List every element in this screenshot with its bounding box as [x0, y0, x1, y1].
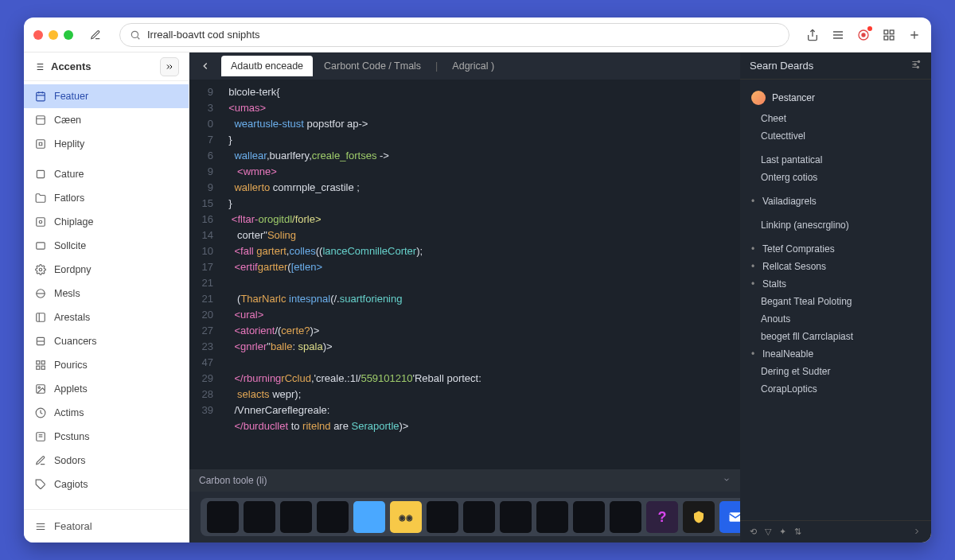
dock-app-3[interactable]	[280, 501, 312, 533]
editor-pane: Adautb enceadeCarbont Code / Tmals|Adgri…	[189, 52, 740, 542]
sidebar-item[interactable]: Pcstuns	[24, 425, 189, 449]
code-editor[interactable]: 93076991516141017212120272347292839 blco…	[189, 80, 740, 469]
target-icon[interactable]	[856, 28, 871, 42]
plus-icon[interactable]	[907, 28, 922, 42]
sidebar-item-label: Chiplage	[54, 216, 93, 228]
sidebar-item[interactable]: Chiplage	[24, 210, 189, 234]
sort-icon[interactable]: ⇅	[794, 527, 801, 537]
search-input[interactable]	[147, 29, 779, 41]
sidebar-item[interactable]: Eordpny	[24, 258, 189, 282]
dock: ◉◉ ?	[201, 498, 758, 536]
editor-tab[interactable]: Adautb enceade	[221, 56, 313, 76]
menu-icon[interactable]	[831, 28, 845, 42]
sidebar-expand-button[interactable]	[160, 57, 179, 76]
sidebar-title-text: Accents	[51, 60, 92, 72]
right-panel-item[interactable]: Vailadiagrels	[740, 192, 931, 210]
right-footer-icons: ⟲ ▽ ✦ ⇅	[750, 527, 801, 537]
sidebar-item[interactable]: Sollcite	[24, 234, 189, 258]
dock-app-4[interactable]	[317, 501, 349, 533]
sidebar-item[interactable]: Actims	[24, 401, 189, 425]
sidebar-header: Accents	[24, 52, 189, 81]
sidebar-item[interactable]: Cæen	[24, 108, 189, 132]
dock-app-11[interactable]	[573, 501, 605, 533]
right-panel-body[interactable]: Pestancer CheetCutecttivelLast pantatica…	[740, 80, 931, 520]
sidebar-item[interactable]: Cuancers	[24, 329, 189, 353]
dock-app-2[interactable]	[244, 501, 275, 533]
traffic-lights	[33, 30, 73, 40]
sidebar-item-label: Cagiots	[54, 479, 88, 490]
sidebar-item[interactable]: Pourics	[24, 353, 189, 377]
grid-icon[interactable]	[882, 28, 896, 42]
right-panel-item[interactable]: beoget fll Carrclapiast	[740, 328, 931, 345]
sidebar-item[interactable]: Arestals	[24, 305, 189, 329]
sidebar-item-label: Cuancers	[54, 336, 97, 347]
sidebar-item-label: Cature	[54, 169, 84, 180]
sidebar-item-label: Sodors	[54, 455, 86, 466]
filter-icon[interactable]: ▽	[765, 527, 771, 537]
dock-app-shield[interactable]	[683, 501, 715, 533]
dock-app-8[interactable]	[463, 501, 495, 533]
close-window-button[interactable]	[33, 30, 43, 40]
right-panel-item[interactable]: Anouts	[740, 310, 931, 328]
right-panel-item[interactable]: Dering et Sudter	[740, 363, 931, 380]
share-icon[interactable]	[805, 28, 820, 42]
dock-app-6[interactable]: ◉◉	[390, 501, 422, 533]
code-content[interactable]: blcole-terk{ <umas> weartusle-stust pops…	[220, 80, 740, 469]
sidebar-footer-label: Featoral	[54, 520, 92, 532]
right-panel-footer: ⟲ ▽ ✦ ⇅	[740, 520, 931, 542]
sidebar-item[interactable]: Featuer	[24, 84, 189, 108]
right-panel-item[interactable]: InealNeable	[740, 345, 931, 363]
right-panel-item[interactable]: Tetef Compraties	[740, 240, 931, 258]
dock-app-5[interactable]	[353, 501, 385, 533]
dock-app-7[interactable]	[427, 501, 458, 533]
sidebar-item-label: Featuer	[54, 91, 88, 102]
right-panel-item[interactable]: Stalts	[740, 275, 931, 293]
right-panel-item[interactable]: Linkinp (anescrglino)	[740, 216, 931, 234]
dock-app-9[interactable]	[500, 501, 532, 533]
toolbar-icons	[805, 28, 922, 42]
right-panel-item[interactable]: Onterg cotios	[740, 169, 931, 186]
edit-icon[interactable]	[88, 27, 103, 43]
sidebar-item[interactable]: Fatlors	[24, 186, 189, 210]
dock-app-10[interactable]	[536, 501, 568, 533]
dock-app-12[interactable]	[610, 501, 641, 533]
maximize-window-button[interactable]	[64, 30, 73, 40]
svg-rect-26	[37, 170, 44, 177]
sidebar-item[interactable]: Applets	[24, 377, 189, 401]
right-panel-item[interactable]: Cheet	[740, 110, 931, 127]
sidebar-item[interactable]: Mesls	[24, 282, 189, 305]
search-icon	[130, 29, 141, 41]
dock-app-help[interactable]: ?	[646, 501, 678, 533]
sidebar-item[interactable]: Cagiots	[24, 472, 189, 496]
refresh-icon[interactable]: ⟲	[750, 527, 757, 537]
status-dropdown-icon[interactable]	[723, 475, 731, 487]
right-panel-item[interactable]: Begant Tteal Poloting	[740, 293, 931, 310]
right-panel: Searn Deards Pestancer CheetCutecttivelL…	[740, 52, 931, 542]
sidebar-list[interactable]: FeatuerCæenHeplityCatureFatlorsChiplageS…	[24, 81, 189, 509]
svg-rect-10	[890, 36, 894, 40]
sidebar-title: Accents	[33, 60, 92, 72]
sidebar: Accents FeatuerCæenHeplityCatureFatlorsC…	[24, 52, 189, 542]
back-button[interactable]	[196, 56, 215, 76]
sidebar-item[interactable]: Heplity	[24, 132, 189, 156]
right-panel-username: Pestancer	[772, 92, 815, 103]
sidebar-item[interactable]: Cature	[24, 162, 189, 186]
right-panel-user[interactable]: Pestancer	[740, 86, 931, 110]
minimize-window-button[interactable]	[49, 30, 58, 40]
editor-tab[interactable]: Adgrical )	[442, 56, 504, 76]
dock-app-1[interactable]	[207, 501, 239, 533]
right-panel-item[interactable]: Last pantatical	[740, 151, 931, 169]
right-panel-item[interactable]: Cutecttivel	[740, 127, 931, 145]
sidebar-footer[interactable]: Featoral	[24, 509, 189, 542]
settings-icon[interactable]	[910, 59, 922, 72]
star-icon[interactable]: ✦	[779, 527, 786, 537]
chevron-right-icon[interactable]	[912, 525, 922, 539]
right-panel-item[interactable]: Rellcat Sesons	[740, 258, 931, 275]
sidebar-item[interactable]: Sodors	[24, 449, 189, 472]
editor-tabs: Adautb enceadeCarbont Code / Tmals|Adgri…	[189, 52, 740, 80]
editor-tab[interactable]: Carbont Code / Tmals	[314, 56, 431, 76]
search-bar[interactable]	[119, 23, 789, 47]
right-panel-item[interactable]: CorapLoptics	[740, 380, 931, 398]
svg-point-28	[39, 220, 42, 224]
svg-rect-7	[884, 30, 888, 34]
